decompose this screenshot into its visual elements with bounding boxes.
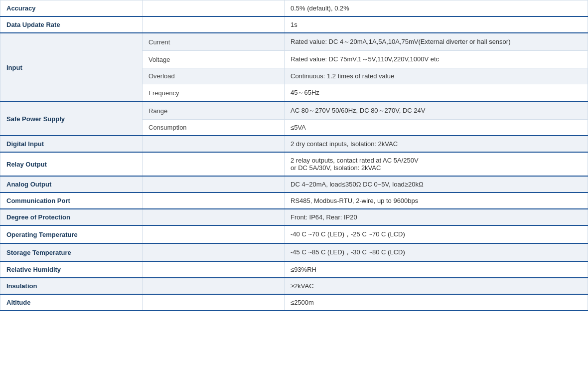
row-sublabel-input-overload: Overload [143,68,285,84]
row-sublabel-empty-data-update-rate [143,16,285,33]
row-sublabel-empty-altitude [143,294,285,311]
row-sublabel-empty-communication-port [143,192,285,209]
row-sublabel-input-voltage: Voltage [143,51,285,68]
row-label-insulation: Insulation [0,278,143,294]
row-sublabel-empty-storage-temperature [143,243,285,261]
row-sublabel-empty-insulation [143,278,285,294]
row-label-relay-output: Relay Output [0,152,143,176]
row-label-degree-of-protection: Degree of Protection [0,209,143,225]
row-value-safe-power-consumption: ≤5VA [285,120,588,136]
row-value-input-frequency: 45～65Hz [285,84,588,102]
row-label-digital-input: Digital Input [0,136,143,152]
row-value-operating-temperature: -40 C ~70 C (LED)，-25 C ~70 C (LCD) [285,225,588,243]
row-value-relative-humidity: ≤93%RH [285,261,588,278]
row-label-data-update-rate: Data Update Rate [0,16,143,33]
row-sublabel-empty-relative-humidity [143,261,285,278]
row-value-digital-input: 2 dry contact inputs, Isolation: 2kVAC [285,136,588,152]
row-value-relay-output: 2 relay outputs, contact rated at AC 5A/… [285,152,588,176]
row-value-input-voltage: Rated value: DC 75mV,1～5V,110V,220V,1000… [285,51,588,68]
row-label-analog-output: Analog Output [0,176,143,192]
row-value-altitude: ≤2500m [285,294,588,311]
row-value-degree-of-protection: Front: IP64, Rear: IP20 [285,209,588,225]
row-label-accuracy: Accuracy [0,0,143,17]
row-label-input-current: Input [0,33,143,102]
row-value-input-current: Rated value: DC 4～20mA,1A,5A,10A,75mV(Ex… [285,33,588,51]
row-sublabel-empty-accuracy [143,0,285,17]
row-label-storage-temperature: Storage Temperature [0,243,143,261]
row-sublabel-empty-analog-output [143,176,285,192]
spec-table: Accuracy0.5% (default), 0.2%Data Update … [0,0,588,311]
row-sublabel-input-current: Current [143,33,285,51]
row-sublabel-empty-operating-temperature [143,225,285,243]
row-value-safe-power-range: AC 80～270V 50/60Hz, DC 80～270V, DC 24V [285,102,588,120]
row-label-communication-port: Communication Port [0,192,143,209]
row-value-input-overload: Continuous: 1.2 times of rated value [285,68,588,84]
row-label-operating-temperature: Operating Temperature [0,225,143,243]
row-value-communication-port: RS485, Modbus-RTU, 2-wire, up to 9600bps [285,192,588,209]
row-value-insulation: ≥2kVAC [285,278,588,294]
row-sublabel-empty-relay-output [143,152,285,176]
row-sublabel-safe-power-range: Range [143,102,285,120]
row-sublabel-empty-degree-of-protection [143,209,285,225]
row-value-data-update-rate: 1s [285,16,588,33]
row-sublabel-input-frequency: Frequency [143,84,285,102]
row-value-storage-temperature: -45 C ~85 C (LED)，-30 C ~80 C (LCD) [285,243,588,261]
row-value-analog-output: DC 4~20mA, load≤350Ω DC 0~5V, load≥20kΩ [285,176,588,192]
row-label-relative-humidity: Relative Humidity [0,261,143,278]
row-label-altitude: Altitude [0,294,143,311]
row-value-accuracy: 0.5% (default), 0.2% [285,0,588,17]
row-sublabel-safe-power-consumption: Consumption [143,120,285,136]
row-sublabel-empty-digital-input [143,136,285,152]
row-label-safe-power-range: Safe Power Supply [0,102,143,136]
